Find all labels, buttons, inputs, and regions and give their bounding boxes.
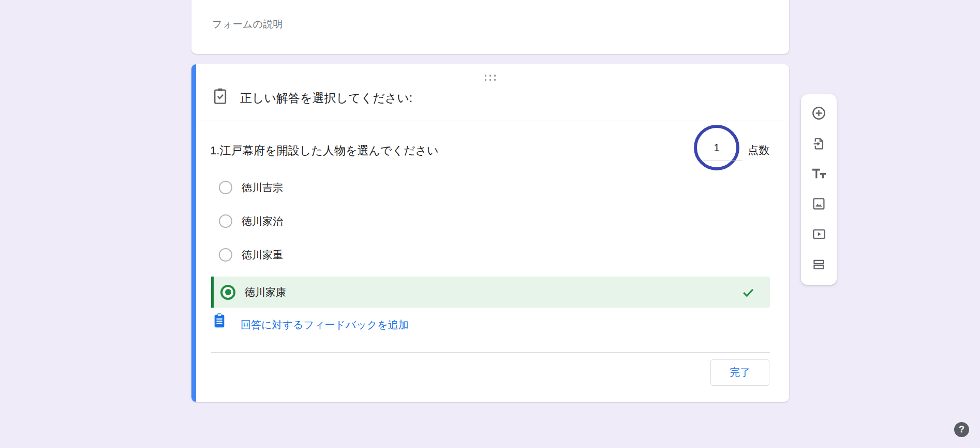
correct-answer-row[interactable]: 徳川家康 [211,277,770,308]
question-text: 1.江戸幕府を開設した人物を選んでください [210,143,439,158]
form-description-input[interactable]: フォームの説明 [212,18,283,31]
radio-unselected-icon[interactable] [219,248,232,262]
help-button[interactable]: ? [954,422,969,437]
forms-edit-page: フォームの説明 正しい解答を選択してください: 1.江戸幕府を開設した人物を選ん… [0,0,980,448]
add-question-button[interactable] [809,104,829,124]
option-row[interactable]: 徳川家治 [219,213,283,229]
form-description-card: フォームの説明 [191,0,789,54]
video-icon [812,227,826,243]
option-label: 徳川家康 [245,285,286,299]
footer-divider [211,352,770,353]
active-card-accent-bar [191,64,196,402]
option-label: 徳川吉宗 [242,181,283,195]
plus-circle-icon [811,106,826,122]
section-icon [812,257,826,273]
question-card: 正しい解答を選択してください: 1.江戸幕府を開設した人物を選んでください 1 … [191,64,789,402]
points-label: 点数 [748,143,769,157]
points-input[interactable]: 1 [714,142,719,154]
radio-unselected-icon[interactable] [219,181,232,194]
answer-key-clipboard-icon [212,87,228,108]
text-Tt-icon [811,167,827,182]
add-section-button[interactable] [809,255,829,276]
import-questions-button[interactable] [809,134,829,155]
add-feedback-link[interactable]: 回答に対するフィードバックを追加 [241,318,409,332]
answer-key-title: 正しい解答を選択してください: [240,90,412,106]
drag-handle[interactable] [483,73,498,83]
side-toolbar [801,94,837,285]
header-divider [196,121,789,121]
add-video-button[interactable] [809,224,829,245]
points-input-underline [703,161,742,161]
radio-unselected-icon[interactable] [219,214,232,228]
done-button[interactable]: 完了 [710,359,769,386]
radio-selected-icon[interactable] [220,285,235,300]
add-title-button[interactable] [809,164,829,185]
option-row[interactable]: 徳川吉宗 [219,179,283,196]
option-label: 徳川家重 [242,248,283,262]
points-focus-circle: 1 [694,125,739,170]
add-image-button[interactable] [809,194,829,215]
feedback-clipboard-icon [212,312,227,331]
image-icon [812,197,826,212]
import-questions-icon [812,137,826,152]
option-row[interactable]: 徳川家重 [219,247,283,263]
option-label: 徳川家治 [242,214,283,228]
correct-checkmark-icon [741,285,755,301]
